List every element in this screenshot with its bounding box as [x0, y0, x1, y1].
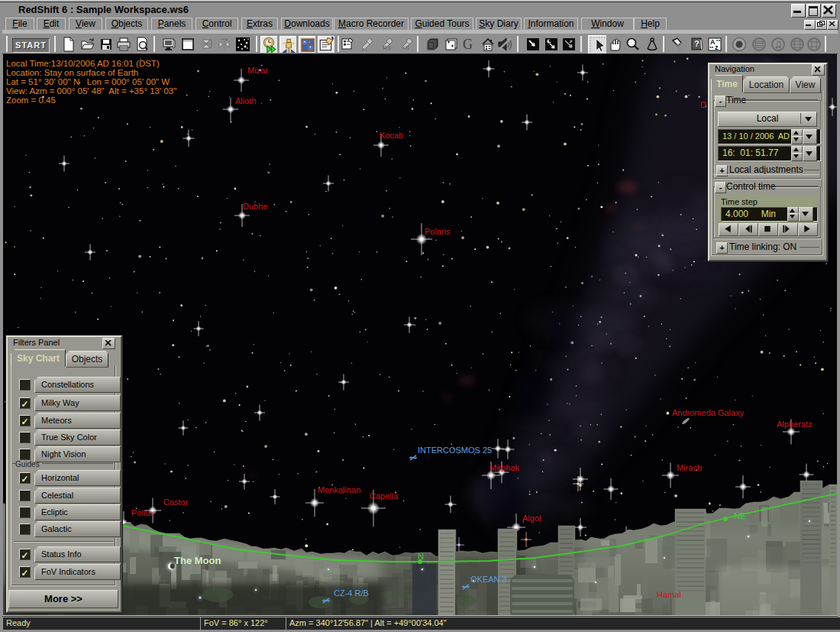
svg-text:Castor: Castor: [163, 497, 189, 507]
svg-text:Mirach: Mirach: [677, 463, 702, 472]
svg-text:Alioth: Alioth: [235, 96, 257, 105]
svg-text:NE: NE: [734, 511, 745, 520]
svg-text:×S: ×S: [402, 44, 410, 51]
svg-text:Dubhe: Dubhe: [243, 202, 267, 211]
svg-text:?: ?: [694, 39, 699, 48]
svg-text:N: N: [418, 552, 424, 561]
svg-text:Menkalinan: Menkalinan: [318, 485, 360, 494]
svg-text:D: D: [700, 100, 706, 109]
svg-text:CZ-4 R/B: CZ-4 R/B: [334, 588, 369, 598]
svg-text:Mirphak: Mirphak: [489, 463, 520, 472]
svg-text:Hamal: Hamal: [657, 590, 681, 599]
svg-text:Kocab: Kocab: [380, 131, 403, 140]
svg-text:Capella: Capella: [370, 491, 399, 501]
svg-text:RS: RS: [383, 44, 392, 51]
svg-text:G: G: [463, 37, 473, 52]
svg-text:Andromeda Galaxy: Andromeda Galaxy: [672, 408, 745, 417]
svg-text:OKEAN 3: OKEAN 3: [470, 575, 507, 584]
svg-text:Pollux: Pollux: [131, 508, 154, 517]
svg-text:Algol: Algol: [522, 514, 541, 523]
svg-text:Alpheratz: Alpheratz: [777, 420, 812, 429]
svg-text:Polaris: Polaris: [425, 227, 451, 236]
svg-text:The Moon: The Moon: [174, 555, 221, 566]
svg-text:Mizar: Mizar: [247, 66, 268, 75]
svg-text:z: z: [715, 44, 719, 51]
svg-text:INTERCOSMOS 25: INTERCOSMOS 25: [418, 446, 492, 455]
